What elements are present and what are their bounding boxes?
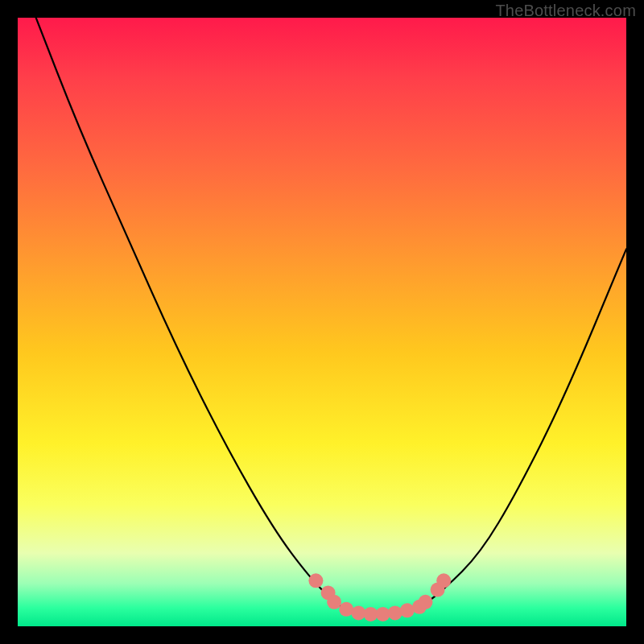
highlight-dot (388, 605, 402, 620)
bottleneck-curve (36, 18, 626, 614)
highlight-dot (327, 595, 341, 609)
highlight-dot (400, 603, 415, 617)
plot-area (18, 18, 626, 626)
highlight-dots (308, 573, 451, 621)
highlight-dot (419, 595, 433, 609)
highlight-dot (436, 573, 451, 588)
highlight-dot (339, 602, 353, 617)
highlight-dot (308, 573, 323, 588)
chart-svg (18, 18, 626, 626)
chart-frame: TheBottleneck.com (0, 0, 644, 644)
